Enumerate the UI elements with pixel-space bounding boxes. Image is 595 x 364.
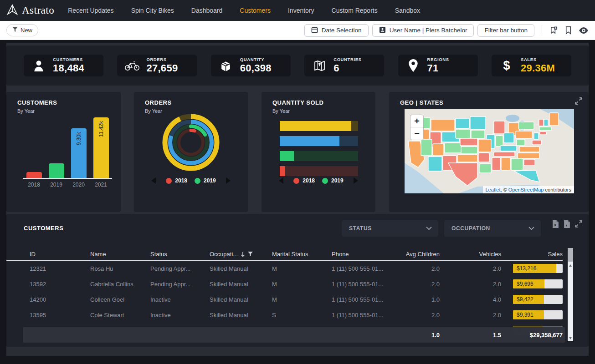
table-row[interactable]: 14200Colleen Goel InactiveSkilled Manual… — [6, 292, 563, 307]
hbar-2018[interactable] — [280, 166, 358, 176]
col-phone[interactable]: Phone — [332, 251, 396, 258]
col-vehicles[interactable]: Vehicles — [440, 251, 501, 258]
legend-next-arrow[interactable] — [354, 177, 358, 184]
panel-customers-by-year: CUSTOMERS By Year 9.30k 11.42k 2018 2019… — [6, 92, 121, 212]
brand[interactable]: Astrato — [6, 4, 54, 17]
chevron-down-icon — [528, 227, 534, 230]
legend-prev-arrow[interactable] — [279, 177, 283, 184]
sort-desc-icon[interactable] — [241, 252, 245, 257]
bar-chart: 9.30k 11.42k — [23, 115, 112, 179]
legend-item-2019[interactable]: 2019 — [195, 177, 216, 184]
nav-item-custom-reports[interactable]: Custom Reports — [332, 7, 378, 14]
bar-value-label: 9.30k — [76, 132, 82, 145]
package-icon — [218, 60, 234, 72]
bicycle-icon — [124, 60, 140, 71]
kpi-regions: REGIONS 71 — [398, 55, 478, 76]
filter-bar-button[interactable]: Filter bar button — [477, 24, 534, 37]
export-csv-icon[interactable]: , — [564, 220, 570, 228]
kpi-quantity: QUANTITY 60,398 — [211, 55, 291, 76]
date-selection-button[interactable]: Date Selection — [304, 24, 369, 37]
col-id[interactable]: ID — [30, 251, 90, 258]
new-filter-chip[interactable]: New — [6, 24, 38, 36]
totals-avg-children: 1.0 — [396, 332, 440, 339]
osm-link[interactable]: OpenStreetMap — [508, 187, 544, 192]
table-row[interactable]: 13592Gabriella Collins Pending Appr...Sk… — [6, 276, 563, 292]
table-actions: x , — [552, 220, 582, 228]
kpi-customers: CUSTOMERS 18,484 — [24, 55, 103, 76]
col-status[interactable]: Status — [150, 251, 210, 258]
nav-item-spin-city-bikes[interactable]: Spin City Bikes — [131, 7, 174, 14]
totals-sales: $29,358,677 — [501, 332, 563, 339]
table-header: ID Name Status Occupati... Marital Statu… — [6, 248, 563, 261]
bar-2019[interactable] — [49, 163, 64, 178]
kpi-value: 29.36M — [521, 62, 555, 74]
date-selection-label: Date Selection — [322, 27, 362, 34]
kpi-label: CUSTOMERS — [53, 57, 84, 62]
expand-icon[interactable] — [575, 97, 582, 106]
table-scrollbar[interactable] — [568, 248, 573, 341]
panel-customers-table: CUSTOMERS STATUS OCCUPATION x , — [6, 214, 589, 347]
col-occupation[interactable]: Occupati... — [210, 251, 272, 258]
hbar-2021[interactable] — [280, 121, 358, 131]
map-attribution: Leaflet, © OpenStreetMap contributors — [483, 186, 574, 193]
kpi-label: SALES — [521, 57, 555, 62]
totals-vehicles: 1.5 — [440, 332, 501, 339]
bar-2021[interactable]: 11.42k — [93, 117, 109, 178]
calendar-icon — [311, 26, 318, 35]
nav-item-dashboard[interactable]: Dashboard — [191, 7, 223, 14]
map-icon — [312, 60, 327, 72]
occupation-dropdown[interactable]: OCCUPATION — [444, 220, 541, 237]
col-marital-status[interactable]: Marital Status — [272, 251, 332, 258]
nav-item-inventory[interactable]: Inventory — [288, 7, 314, 14]
dropdown-label: OCCUPATION — [451, 225, 490, 232]
table-row[interactable]: 13595Cole Stewart InactiveSkilled Manual… — [6, 307, 563, 323]
sales-bar: $13,216 — [513, 264, 563, 273]
col-avg-children[interactable]: Avg Children — [396, 251, 440, 258]
zoom-out-button[interactable]: − — [410, 127, 423, 140]
col-name[interactable]: Name — [90, 251, 150, 258]
scrollbar-thumb[interactable] — [568, 248, 573, 262]
x-axis-ticks: 2018 2019 2020 2021 — [23, 182, 112, 188]
leaflet-link[interactable]: Leaflet — [486, 187, 501, 192]
legend-prev-arrow[interactable] — [151, 177, 156, 184]
table-row[interactable]: 12321Rosa Hu Pending Appr...Skilled Manu… — [6, 261, 563, 276]
nav-item-customers[interactable]: Customers — [240, 7, 271, 14]
zoom-in-button[interactable]: + — [410, 115, 423, 127]
donut-chart[interactable] — [159, 111, 223, 176]
table-totals-row: 1.0 1.5 $29,358,677 — [23, 327, 565, 343]
legend-item-2019[interactable]: 2019 — [322, 177, 344, 184]
status-dropdown[interactable]: STATUS — [342, 220, 438, 237]
eye-icon[interactable] — [579, 27, 589, 34]
bar-2018[interactable] — [26, 172, 42, 178]
leaflet-map[interactable]: + − Leaflet, © OpenStreetMap contributor… — [405, 109, 574, 193]
hbar-2019[interactable] — [280, 151, 358, 161]
bar-value-label: 11.42k — [98, 121, 104, 137]
toolbar-divider — [542, 25, 542, 36]
legend-item-2018[interactable]: 2018 — [166, 177, 187, 184]
filter-toolbar: New Date Selection User Name | Piers Bat… — [0, 21, 595, 40]
nav-item-recent-updates[interactable]: Recent Updates — [68, 7, 113, 14]
bookmark-add-icon[interactable] — [549, 26, 558, 35]
nav-item-sandbox[interactable]: Sandbox — [395, 7, 420, 14]
expand-icon[interactable] — [575, 220, 582, 228]
user-name-button[interactable]: User Name | Piers Batchelor — [372, 24, 474, 37]
panel-title: QUANTITY SOLD — [272, 99, 323, 106]
toolbar-right: Date Selection User Name | Piers Batchel… — [304, 24, 589, 37]
user-name-label: User Name | Piers Batchelor — [390, 27, 467, 34]
kpi-label: REGIONS — [427, 57, 449, 62]
kpi-countries: COUNTRIES 6 — [304, 55, 384, 76]
export-excel-icon[interactable]: x — [552, 220, 559, 228]
col-sales[interactable]: Sales — [501, 251, 563, 258]
scroll-up-arrow[interactable] — [569, 264, 572, 267]
hbar-2020[interactable] — [280, 136, 358, 146]
kpi-value: 27,659 — [146, 62, 178, 74]
tick-2018: 2018 — [28, 182, 40, 188]
bar-2020[interactable]: 9.30k — [71, 128, 87, 178]
tick-2019: 2019 — [50, 182, 62, 188]
scroll-down-arrow[interactable] — [569, 337, 572, 339]
filter-funnel-icon[interactable] — [248, 252, 253, 257]
kpi-value: 71 — [427, 62, 449, 74]
legend-item-2018[interactable]: 2018 — [293, 177, 315, 184]
bookmark-icon[interactable] — [564, 26, 572, 35]
legend-next-arrow[interactable] — [226, 177, 231, 184]
